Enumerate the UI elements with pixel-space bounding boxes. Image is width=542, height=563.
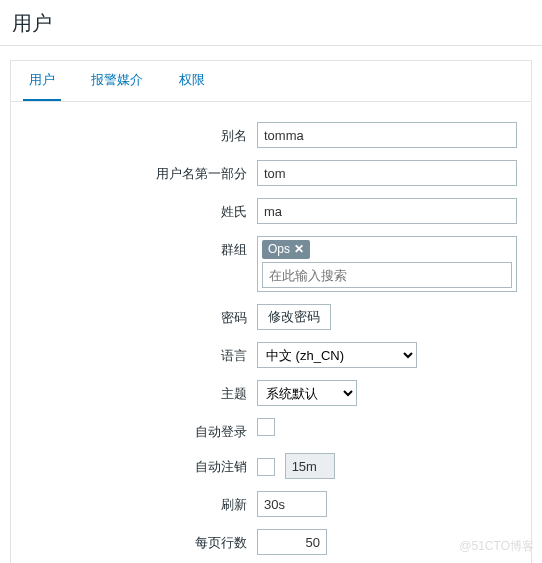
groups-multiselect[interactable]: Ops✕: [257, 236, 517, 292]
form-panel: 用户 报警媒介 权限 别名 用户名第一部分 姓氏 群组 Ops✕: [10, 60, 532, 563]
rows-per-page-input[interactable]: [257, 529, 327, 555]
theme-label: 主题: [21, 380, 257, 403]
autologout-label: 自动注销: [21, 453, 257, 476]
autologin-label: 自动登录: [21, 418, 257, 441]
autologout-checkbox[interactable]: [257, 458, 275, 476]
page-header: 用户: [0, 0, 542, 46]
alias-input[interactable]: [257, 122, 517, 148]
group-tag-ops[interactable]: Ops✕: [262, 240, 310, 259]
tabs: 用户 报警媒介 权限: [11, 61, 531, 102]
groups-label: 群组: [21, 236, 257, 259]
theme-select[interactable]: 系统默认: [257, 380, 357, 406]
alias-label: 别名: [21, 122, 257, 145]
tab-media[interactable]: 报警媒介: [85, 61, 149, 101]
name-first-label: 用户名第一部分: [21, 160, 257, 183]
groups-search-input[interactable]: [262, 262, 512, 288]
surname-input[interactable]: [257, 198, 517, 224]
autologout-time-input: [285, 453, 335, 479]
rows-label: 每页行数: [21, 529, 257, 552]
name-first-input[interactable]: [257, 160, 517, 186]
group-tag-label: Ops: [268, 242, 290, 256]
refresh-input[interactable]: [257, 491, 327, 517]
language-select[interactable]: 中文 (zh_CN): [257, 342, 417, 368]
autologin-checkbox[interactable]: [257, 418, 275, 436]
change-password-button[interactable]: 修改密码: [257, 304, 331, 330]
surname-label: 姓氏: [21, 198, 257, 221]
page-title: 用户: [12, 10, 530, 37]
refresh-label: 刷新: [21, 491, 257, 514]
tab-permissions[interactable]: 权限: [173, 61, 211, 101]
password-label: 密码: [21, 304, 257, 327]
language-label: 语言: [21, 342, 257, 365]
user-form: 别名 用户名第一部分 姓氏 群组 Ops✕ 密码 修改密: [11, 102, 531, 563]
tab-user[interactable]: 用户: [23, 61, 61, 101]
remove-tag-icon[interactable]: ✕: [294, 242, 304, 256]
